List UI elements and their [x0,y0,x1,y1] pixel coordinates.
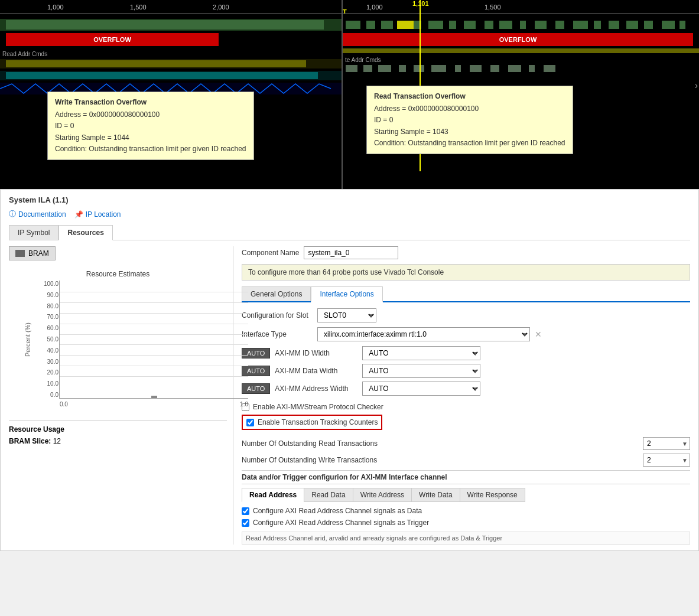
axi-tab-read-address[interactable]: Read Address [242,488,304,502]
axis-mark-2: 1,500 [130,4,147,11]
main-tabs-row: IP Symbol Resources [9,225,690,240]
tooltip-condition-left: Condition: Outstanding transaction limit… [55,144,246,155]
bram-button[interactable]: BRAM [9,246,56,260]
axi-addr-width-select[interactable]: AUTO [362,382,480,396]
slot-row: Configuration for Slot SLOT0 ▼ [242,308,690,322]
tooltip-right: Read Transaction Overflow Address = 0x00… [366,86,573,154]
gridline [60,334,248,335]
outstanding-write-select[interactable]: 2 4 8 [643,454,690,467]
info-icon: ⓘ [9,209,16,219]
tooltip-address-left: Address = 0x0000000080000100 [55,109,246,120]
axi-addr-width-label: AXI-MM Address Width [275,384,357,393]
axi-tab-read-data[interactable]: Read Data [304,488,352,502]
axi-tab-write-data[interactable]: Write Data [411,488,459,502]
svg-rect-8 [485,21,493,29]
tooltip-condition-right: Condition: Outstanding transaction limit… [374,138,565,149]
gridline [60,355,248,356]
tooltip-address-right: Address = 0x0000000080000100 [374,103,565,115]
info-bar: To configure more than 64 probe ports us… [242,264,690,281]
clear-interface-icon[interactable]: ✕ [535,330,542,339]
left-panel: BRAM Resource Estimates Percent (%) 100.… [9,246,233,545]
resource-usage: Resource Usage BRAM Slice: 12 [9,420,227,445]
tooltip-title-right: Read Transaction Overflow [374,91,565,102]
axi-stream-checker-row: Enable AXI-MM/Stream Protocol Checker [242,403,690,411]
tooltip-id-left: ID = 0 [55,120,246,132]
svg-rect-18 [662,21,675,29]
interface-type-select[interactable]: xilinx.com:interface:aximm rtl:1.0 [317,327,530,341]
axi-read-data-label: Configure AXI Read Address Channel signa… [253,507,422,515]
svg-rect-20 [346,65,357,72]
scroll-arrow-right[interactable]: › [695,80,698,91]
r-axis-mark-1: 1,000 [366,4,383,11]
svg-rect-15 [609,21,619,29]
svg-rect-17 [644,21,653,29]
axi-read-trigger-label: Configure AXI Read Address Channel signa… [253,519,429,527]
x-axis: 0.0 1.0 [60,401,248,408]
svg-rect-16 [626,21,638,29]
transaction-tracking-checkbox[interactable] [246,419,254,426]
tab-ip-symbol[interactable]: IP Symbol [9,225,58,240]
svg-rect-22 [378,65,391,72]
tooltip-title-left: Write Transaction Overflow [55,97,246,108]
svg-rect-13 [573,21,588,29]
interface-type-row: Interface Type xilinx.com:interface:axim… [242,327,690,341]
gridline [60,302,248,303]
gridline [60,292,248,292]
outstanding-write-row: Number Of Outstanding Write Transactions… [242,454,690,467]
tooltip-sample-right: Starting Sample = 1043 [374,126,565,138]
axi-tab-write-address[interactable]: Write Address [353,488,411,502]
axi-tabs: Read Address Read Data Write Address Wri… [242,488,690,502]
component-name-input[interactable] [304,246,398,259]
svg-rect-25 [431,65,446,72]
axi-read-data-checkbox[interactable] [242,507,249,515]
svg-rect-14 [594,21,601,29]
config-title: System ILA (1.1) [9,195,690,204]
axi-data-width-select[interactable]: AUTO [362,364,480,378]
ip-location-link[interactable]: 📌 IP Location [74,209,121,219]
svg-rect-21 [363,65,372,72]
y-axis: 100.0 90.0 80.0 70.0 60.0 50.0 40.0 30.0… [42,281,60,398]
axi-id-width-row: AUTO AXI-MM ID Width AUTO ▼ [242,346,690,360]
svg-rect-0 [346,21,360,29]
tooltip-sample-left: Starting Sample = 1044 [55,132,246,144]
gridline [60,344,248,345]
chart-title: Resource Estimates [9,270,227,278]
svg-rect-28 [490,65,499,72]
axi-id-width-select[interactable]: AUTO [362,346,480,360]
axi-read-trigger-checkbox[interactable] [242,519,249,527]
axi-addr-width-row: AUTO AXI-MM Address Width AUTO ▼ [242,382,690,396]
documentation-link[interactable]: ⓘ Documentation [9,209,66,219]
tab-general-options[interactable]: General Options [242,286,311,301]
svg-rect-1 [366,21,375,29]
track-label-left: Read Addr Cmds [2,51,47,57]
tab-interface-options[interactable]: Interface Options [311,286,382,302]
y-axis-label: Percent (%) [24,322,31,357]
tab-resources[interactable]: Resources [58,225,112,240]
axi-stream-label: Enable AXI-MM/Stream Protocol Checker [253,403,383,411]
component-name-label: Component Name [242,249,299,257]
svg-rect-30 [529,65,535,72]
axi-data-width-label: AXI-MM Data Width [275,367,357,375]
axi-section-title: Data and/or Trigger configurion for AXI-… [242,470,690,484]
svg-rect-29 [508,65,521,72]
transaction-tracking-label: Enable Transaction Tracking Counters [258,418,378,426]
chart-bar [151,396,157,398]
axi-read-data-checkbox-row: Configure AXI Read Address Channel signa… [242,507,690,515]
component-name-row: Component Name [242,246,690,259]
svg-rect-10 [520,21,526,29]
outstanding-read-row: Number Of Outstanding Read Transactions … [242,437,690,450]
slot-label: Configuration for Slot [242,311,313,320]
gridline [60,324,248,324]
slot-select[interactable]: SLOT0 [317,308,376,322]
svg-rect-31 [544,65,555,72]
svg-rect-2 [381,21,393,29]
track-label-right: te Addr Cmds [345,57,381,63]
overflow-label-left: OVERFLOW [93,36,131,43]
resource-item: BRAM Slice: 12 [9,437,227,445]
svg-rect-12 [555,21,564,29]
svg-rect-6 [449,21,456,29]
outstanding-read-select[interactable]: 2 4 8 [643,437,690,450]
axi-tab-write-response[interactable]: Write Response [460,488,525,502]
svg-rect-19 [680,21,685,29]
transaction-tracking-row: Enable Transaction Tracking Counters [242,415,382,430]
